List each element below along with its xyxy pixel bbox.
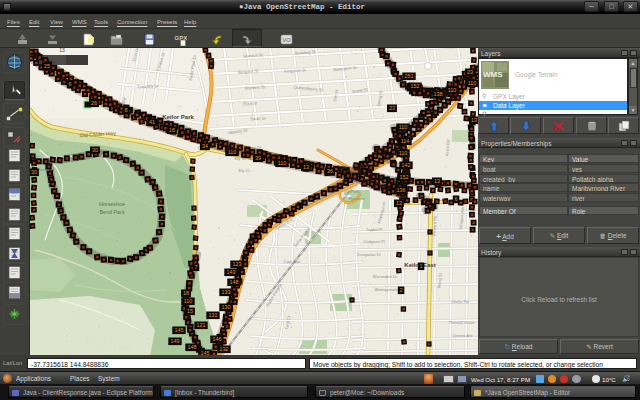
svg-text:Park: Park [350,189,360,194]
svg-text:41: 41 [149,119,155,125]
svg-text:Dennis Ave: Dennis Ave [453,333,474,338]
svg-text:30: 30 [31,169,37,175]
svg-text:110: 110 [399,124,408,130]
svg-text:110: 110 [468,80,477,86]
svg-text:145: 145 [175,327,184,333]
svg-text:Cain Ave: Cain Ave [284,259,301,264]
svg-text:13: 13 [303,164,309,170]
svg-text:13: 13 [396,200,402,206]
svg-text:Clarks Rd: Clarks Rd [451,299,469,304]
svg-text:25: 25 [44,63,50,69]
svg-text:Pennell Grove: Pennell Grove [449,320,475,325]
svg-text:110: 110 [278,160,287,166]
svg-text:Ely Ct: Ely Ct [238,168,250,173]
svg-text:152: 152 [400,174,409,180]
svg-text:149: 149 [171,338,180,344]
svg-text:8: 8 [125,107,128,113]
svg-text:13: 13 [59,48,65,53]
svg-text:114: 114 [401,138,410,144]
svg-text:7: 7 [195,264,198,270]
svg-text:VO: VO [283,37,292,43]
svg-text:Reserve: Reserve [349,196,366,201]
svg-text:2: 2 [400,287,403,293]
svg-text:110: 110 [184,298,193,304]
svg-text:131: 131 [209,312,218,318]
svg-text:110: 110 [399,150,408,156]
svg-text:26: 26 [91,100,97,106]
svg-text:132: 132 [220,346,229,352]
svg-text:Cudgewa Pl: Cudgewa Pl [363,239,385,244]
svg-text:Dungarian Dr: Dungarian Dr [357,252,381,257]
svg-text:23: 23 [467,69,473,75]
svg-text:Wurundjeri Dr: Wurundjeri Dr [373,274,398,279]
svg-text:121: 121 [197,322,206,328]
svg-text:Bend Park: Bend Park [99,209,124,215]
svg-text:1: 1 [420,263,423,269]
svg-text:133: 133 [222,289,231,295]
svg-text:Tuppal Pl: Tuppal Pl [366,227,383,232]
svg-text:16: 16 [169,127,175,133]
svg-text:110: 110 [448,87,457,93]
svg-text:23: 23 [389,105,395,111]
svg-text:36: 36 [327,168,333,174]
svg-text:148: 148 [230,279,239,285]
svg-text:142: 142 [402,162,411,168]
svg-text:GPX: GPX [175,35,188,41]
svg-text:6: 6 [455,196,458,202]
svg-text:39: 39 [255,155,261,161]
svg-text:18: 18 [183,290,189,296]
svg-text:146: 146 [213,336,222,342]
svg-text:110: 110 [228,149,237,155]
svg-text:136: 136 [397,187,406,193]
svg-text:152: 152 [411,83,420,89]
svg-text:123: 123 [233,261,242,267]
svg-text:30: 30 [92,147,98,153]
svg-text:Eliza St: Eliza St [243,100,258,106]
svg-text:13: 13 [471,117,477,123]
svg-text:13: 13 [434,178,440,184]
svg-text:6: 6 [69,81,72,87]
svg-text:148: 148 [188,344,197,350]
svg-text:143: 143 [227,269,236,275]
svg-text:251: 251 [405,73,414,79]
svg-text:Horseshoe: Horseshoe [99,201,125,207]
svg-text:34: 34 [202,143,208,149]
svg-text:138: 138 [434,91,443,97]
